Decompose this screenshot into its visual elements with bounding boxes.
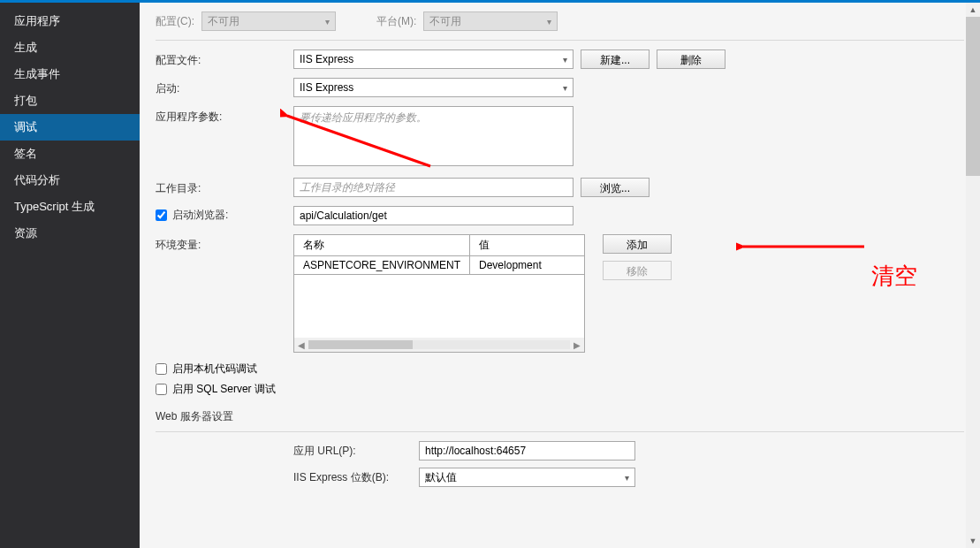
- launch-select[interactable]: IIS Express: [293, 78, 574, 97]
- native-debug-checkbox[interactable]: [156, 363, 167, 375]
- sidebar-item-code-analysis[interactable]: 代码分析: [0, 167, 140, 194]
- env-hscroll[interactable]: ◀ ▶: [294, 338, 584, 352]
- launch-browser-label: 启动浏览器:: [172, 208, 228, 223]
- profile-select[interactable]: IIS Express: [293, 49, 574, 69]
- delete-button[interactable]: 删除: [657, 49, 726, 69]
- sidebar-item-build[interactable]: 生成: [0, 34, 140, 61]
- sidebar-item-signing[interactable]: 签名: [0, 141, 140, 167]
- sidebar: 应用程序 生成 生成事件 打包 调试 签名 代码分析 TypeScript 生成…: [0, 3, 140, 548]
- sidebar-item-application[interactable]: 应用程序: [0, 8, 140, 34]
- sidebar-item-debug[interactable]: 调试: [0, 114, 140, 141]
- iis-bits-label: IIS Express 位数(B):: [293, 470, 410, 485]
- config-select: 不可用: [201, 11, 336, 31]
- table-row[interactable]: ASPNETCORE_ENVIRONMENT Development: [294, 256, 585, 275]
- sidebar-item-typescript[interactable]: TypeScript 生成: [0, 194, 140, 220]
- add-button[interactable]: 添加: [603, 234, 672, 254]
- native-debug-label: 启用本机代码调试: [172, 362, 257, 377]
- vertical-scrollbar[interactable]: ▲ ▼: [966, 3, 980, 548]
- sidebar-item-build-events[interactable]: 生成事件: [0, 61, 140, 88]
- config-label: 配置(C):: [156, 14, 194, 29]
- env-label: 环境变量:: [156, 234, 293, 253]
- sidebar-item-package[interactable]: 打包: [0, 88, 140, 114]
- app-url-input[interactable]: [419, 441, 635, 460]
- sidebar-item-resources[interactable]: 资源: [0, 220, 140, 247]
- annotation-text: 清空: [871, 261, 917, 292]
- browse-button[interactable]: 浏览...: [581, 178, 650, 197]
- args-label: 应用程序参数:: [156, 106, 293, 125]
- profile-label: 配置文件:: [156, 49, 293, 68]
- top-config-row: 配置(C): 不可用 平台(M): 不可用: [140, 3, 980, 40]
- args-input[interactable]: [293, 106, 574, 166]
- env-table-body: ◀ ▶: [293, 275, 585, 353]
- workdir-input[interactable]: [293, 178, 574, 197]
- env-col-value: 值: [470, 235, 585, 256]
- sql-debug-label: 启用 SQL Server 调试: [172, 382, 276, 397]
- env-col-name: 名称: [294, 235, 470, 256]
- remove-button: 移除: [603, 261, 672, 280]
- new-button[interactable]: 新建...: [581, 49, 650, 69]
- launch-browser-checkbox[interactable]: [156, 209, 167, 221]
- iis-bits-select[interactable]: 默认值: [419, 468, 635, 487]
- main-panel: 配置(C): 不可用 平台(M): 不可用 配置文件: IIS Express …: [140, 3, 980, 548]
- launch-browser-input[interactable]: [293, 206, 574, 225]
- platform-select: 不可用: [423, 11, 558, 31]
- platform-label: 平台(M):: [376, 14, 416, 29]
- app-url-label: 应用 URL(P):: [293, 444, 410, 459]
- workdir-label: 工作目录:: [156, 178, 293, 196]
- sql-debug-checkbox[interactable]: [156, 384, 167, 395]
- env-table[interactable]: 名称 值 ASPNETCORE_ENVIRONMENT Development: [293, 234, 585, 275]
- web-section-label: Web 服务器设置: [156, 409, 964, 424]
- launch-label: 启动:: [156, 78, 293, 96]
